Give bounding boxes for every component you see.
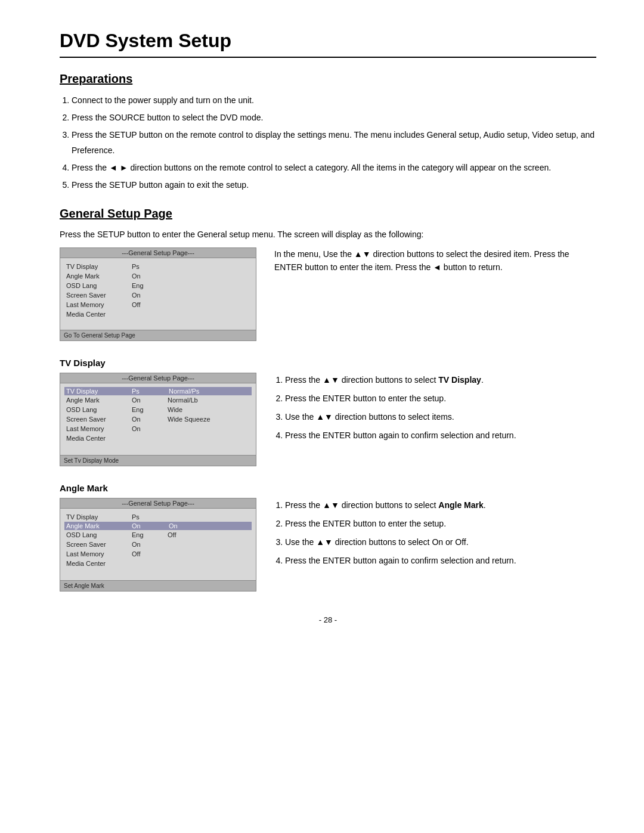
screen-footer: Set Tv Display Mode	[60, 455, 256, 466]
general-setup-row: ---General Setup Page--- TV Display Ps A…	[60, 247, 596, 341]
list-item: Press the ◄ ► direction buttons on the r…	[72, 160, 596, 175]
list-item: Press the SETUP button again to exit the…	[72, 178, 596, 193]
angle-mark-screen: ---General Setup Page--- TV Display Ps A…	[60, 498, 256, 592]
list-item: Press the ▲▼ direction buttons to select…	[285, 373, 596, 388]
list-item: Press the ENTER button again to confirm …	[285, 553, 596, 568]
screen-row: Angle Mark On On	[64, 522, 252, 530]
general-setup-intro: Press the SETUP button to enter the Gene…	[60, 228, 596, 241]
screen-row: OSD Lang Eng Off	[66, 530, 250, 540]
screen-body: TV Display Ps Angle Mark On On OSD Lang …	[60, 509, 256, 580]
list-item: Press the SOURCE button to select the DV…	[72, 110, 596, 125]
general-setup-title: General Setup Page	[60, 207, 596, 221]
screen-body: TV Display Ps Normal/Ps Angle Mark On No…	[60, 383, 256, 455]
screen-row: TV Display Ps Normal/Ps	[64, 387, 252, 395]
screen-row: Last Memory On	[66, 424, 250, 433]
screen-row: Screen Saver On	[66, 540, 250, 549]
general-setup-text: In the menu, Use the ▲▼ direction button…	[274, 247, 596, 280]
angle-mark-text: Press the ▲▼ direction buttons to select…	[274, 498, 596, 572]
screen-row: Last Memory Off	[66, 549, 250, 559]
screen-row: Screen Saver On	[66, 290, 250, 300]
tv-display-row: ---General Setup Page--- TV Display Ps N…	[60, 373, 596, 466]
preparations-section: Preparations Connect to the power supply…	[60, 72, 596, 193]
screen-row: Last Memory Off	[66, 300, 250, 309]
screen-row: TV Display Ps	[66, 262, 250, 271]
general-setup-section: General Setup Page Press the SETUP butto…	[60, 207, 596, 591]
screen-header: ---General Setup Page---	[60, 498, 256, 509]
preparations-title: Preparations	[60, 72, 596, 86]
screen-body: TV Display Ps Angle Mark On OSD Lang Eng…	[60, 258, 256, 330]
screen-footer: Set Angle Mark	[60, 580, 256, 591]
tv-display-text: Press the ▲▼ direction buttons to select…	[274, 373, 596, 447]
screen-row: Media Center	[66, 309, 250, 319]
screen-row: Media Center	[66, 433, 250, 443]
screen-row: Angle Mark On	[66, 271, 250, 281]
page-title: DVD System Setup	[60, 30, 596, 58]
general-setup-screen: ---General Setup Page--- TV Display Ps A…	[60, 247, 256, 341]
screen-footer: Go To General Setup Page	[60, 330, 256, 340]
list-item: Use the ▲▼ direction buttons to select i…	[285, 410, 596, 425]
screen-row: Screen Saver On Wide Squeeze	[66, 414, 250, 424]
list-item: Use the ▲▼ direction buttons to select O…	[285, 535, 596, 550]
tv-display-screen: ---General Setup Page--- TV Display Ps N…	[60, 373, 256, 466]
tv-display-title: TV Display	[60, 358, 596, 368]
screen-header: ---General Setup Page---	[60, 248, 256, 258]
screen-row: TV Display Ps	[66, 512, 250, 522]
list-item: Press the SETUP button on the remote con…	[72, 128, 596, 157]
list-item: Press the ▲▼ direction buttons to select…	[285, 498, 596, 513]
list-item: Press the ENTER button to enter the setu…	[285, 516, 596, 531]
screen-row: Angle Mark On Normal/Lb	[66, 395, 250, 405]
list-item: Connect to the power supply and turn on …	[72, 93, 596, 108]
list-item: Press the ENTER button to enter the setu…	[285, 391, 596, 406]
preparations-list: Connect to the power supply and turn on …	[72, 93, 596, 193]
angle-mark-steps: Press the ▲▼ direction buttons to select…	[285, 498, 596, 569]
screen-header: ---General Setup Page---	[60, 373, 256, 383]
angle-mark-title: Angle Mark	[60, 483, 596, 493]
screen-row: Media Center	[66, 559, 250, 568]
screen-row: OSD Lang Eng	[66, 281, 250, 290]
tv-display-steps: Press the ▲▼ direction buttons to select…	[285, 373, 596, 444]
screen-row: OSD Lang Eng Wide	[66, 405, 250, 414]
page-number: - 28 -	[60, 615, 596, 624]
angle-mark-row: ---General Setup Page--- TV Display Ps A…	[60, 498, 596, 592]
list-item: Press the ENTER button again to confirm …	[285, 428, 596, 443]
